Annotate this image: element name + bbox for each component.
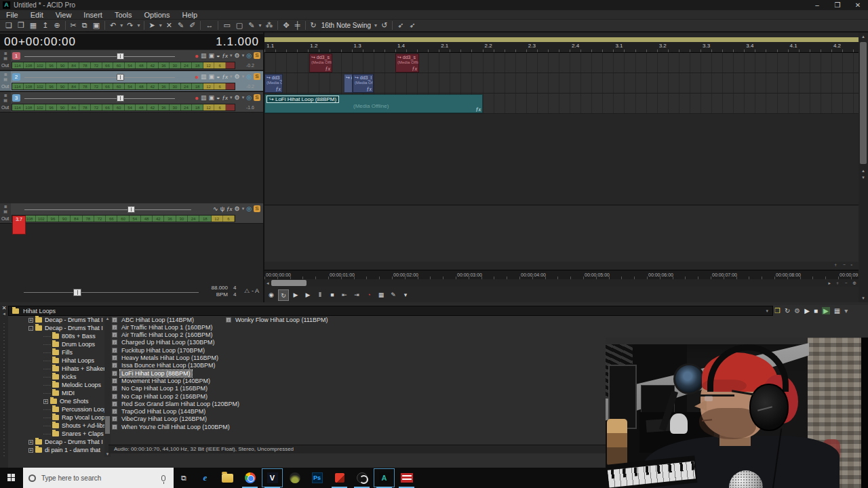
swing-select[interactable]: 16th Note Swing (319, 22, 373, 29)
square-icon[interactable]: ▣ (209, 52, 215, 59)
zoom-out-button[interactable]: － (842, 280, 850, 287)
minimize-button[interactable]: – (807, 1, 827, 9)
vertical-scrollbar[interactable]: ▴ ▴ ▾ ▾ (859, 33, 868, 302)
track-number-badge[interactable]: 2 (12, 73, 20, 81)
views-icon[interactable]: ▦ (834, 307, 840, 314)
loop-playback-button[interactable]: ↻ (278, 289, 289, 301)
tree-item-hihats-shakers[interactable]: Hihats + Shakers (43, 365, 108, 373)
v-scroll-thumb[interactable] (860, 42, 867, 164)
erase-tool-icon[interactable]: ✕ (163, 20, 175, 31)
pause-button[interactable]: Ⅱ (315, 289, 326, 301)
tree-item-midi[interactable]: MIDI (43, 389, 75, 397)
event-tool-button[interactable]: ✎ (388, 289, 399, 301)
master-fader-thumb[interactable] (127, 206, 135, 213)
record-button[interactable]: ◉ (266, 289, 277, 301)
event-name-chip[interactable]: ↪ LoFi Hihat Loop (88BPM) (267, 96, 339, 103)
fx-icon[interactable]: ƒx (226, 205, 233, 212)
plus-button[interactable]: ＋ (831, 262, 840, 267)
tree-item-melodic-loops[interactable]: Melodic Loops (43, 381, 101, 389)
phase-icon[interactable]: ◒ (216, 52, 220, 59)
tree-scroll-up[interactable]: ▴ (104, 316, 111, 321)
meters-icon[interactable]: ▥ (201, 73, 207, 80)
caret-icon[interactable]: ▾ (136, 22, 142, 28)
taskbar-app-red-cube-app[interactable] (328, 468, 351, 488)
edit-tool-icon[interactable]: ➤ (146, 20, 158, 31)
menu-file[interactable]: File (0, 11, 24, 19)
open-file-icon[interactable]: ❒ (15, 20, 27, 31)
tree-expander[interactable]: + (28, 318, 33, 323)
horizontal-scrollbar[interactable]: ◂ ▸ ＋ － ⊕ (264, 279, 859, 287)
file-item[interactable]: ♪Air Traffic Hihat Loop 1 (160BPM) (112, 323, 214, 331)
gear-icon[interactable]: ⚙ (235, 73, 240, 80)
extract-icon[interactable]: ⚙ (794, 307, 800, 314)
time-display[interactable]: 00+00:00:00 1.1.000 (0, 34, 263, 49)
address-dropdown-caret[interactable]: ▾ (766, 308, 768, 314)
tree-expander[interactable]: + (43, 399, 48, 404)
restore-button[interactable]: ❐ (827, 1, 848, 9)
timeline[interactable]: 1.11.21.31.42.12.22.32.43.13.23.33.44.14… (264, 33, 859, 302)
menu-options[interactable]: Options (138, 11, 176, 19)
tree-item-shouts-ad-libs[interactable]: Shouts + Ad-libs (43, 422, 106, 430)
meters-icon[interactable]: ▥ (201, 52, 207, 59)
file-item[interactable]: ♪ABC Hihat Loop (114BPM) (112, 316, 195, 323)
track-header-3[interactable]: ≣▤3●▥▣◒ƒx▾⚙▾◎SOut11410810296908478726660… (0, 92, 263, 113)
scroll-up-arrow[interactable]: ▴ (859, 34, 868, 39)
event-fx-icon[interactable]: ƒx (275, 86, 281, 92)
routing-icon[interactable]: ◎ (246, 52, 252, 59)
h-scroll-thumb[interactable] (271, 280, 307, 286)
loop-icon[interactable]: ↺ (378, 20, 390, 31)
select-icon[interactable]: ▢ (233, 20, 245, 31)
volume-fader-thumb[interactable] (117, 53, 124, 60)
minus-button[interactable]: － (840, 262, 849, 267)
taskbar-app-chrome[interactable] (239, 468, 261, 488)
metronome-control[interactable]: ⧍ - A (244, 287, 259, 295)
menu-edit[interactable]: Edit (24, 11, 50, 19)
file-item[interactable]: ♪Movement Hihat Loop (140BPM) (112, 377, 212, 384)
square-icon[interactable]: ▣ (209, 94, 215, 101)
zoom-in-button[interactable]: ＋ (833, 280, 842, 287)
v-scroll-mini-down[interactable]: ▾ (859, 175, 868, 180)
solo-icon[interactable]: S (254, 73, 260, 80)
file-item[interactable]: ♪Wonky Flow Hihat Loop (111BPM) (226, 316, 330, 323)
caret-icon[interactable]: ▾ (230, 95, 233, 100)
file-item[interactable]: ♪Issa Bounce Hihat Loop (130BPM) (112, 362, 217, 369)
tree-scroll-thumb[interactable] (105, 416, 110, 434)
automation-icon[interactable]: ∿ (213, 205, 218, 212)
gear-icon[interactable]: ⚙ (235, 205, 240, 212)
caret-icon[interactable]: ▾ (158, 22, 163, 28)
file-item[interactable]: ♪Heavy Metals Hihat Loop (116BPM) (112, 354, 220, 362)
tree-item-decap-drums-that-i[interactable]: +Decap - Drums That I (28, 316, 103, 324)
hand-up-icon[interactable]: ➶ (395, 20, 406, 31)
swing-icon[interactable]: ↻ (308, 20, 319, 31)
audio-event-dd3_s[interactable]: ↪ dd3_s(Media Offlinƒx (395, 54, 419, 73)
file-item[interactable]: ♪TrapGod Hihat Loop (144BPM) (112, 408, 207, 415)
new-file-icon[interactable]: ❏ (3, 20, 15, 31)
explorer-collapse-button[interactable]: ◂ (0, 311, 8, 317)
audio-event-lofi-hihat-loop[interactable]: ↪ LoFi Hihat Loop (88BPM)(Media Offline)… (264, 94, 483, 113)
tree-scrollbar[interactable]: ▴ ▾ (104, 316, 111, 457)
track-header-1[interactable]: ≣▤1●▥▣◒ƒx▾⚙▾◎SOut11410810296908478726660… (0, 50, 263, 70)
tree-item-fills[interactable]: Fills (43, 348, 73, 357)
taskbar-app-file-explorer[interactable] (216, 468, 239, 488)
undo-icon[interactable]: ↶ (107, 20, 119, 31)
play-icon[interactable]: ▶ (804, 307, 810, 314)
meters-icon[interactable]: ▥ (201, 94, 207, 101)
beat-ruler[interactable]: 1.11.21.31.42.12.22.32.43.13.23.33.44.14… (264, 42, 859, 53)
bus-track-pane[interactable] (264, 205, 859, 262)
close-button[interactable]: ✕ (848, 1, 868, 9)
tree-item-di-pain-1-damn-that[interactable]: +di pain 1 - damn that (28, 446, 100, 454)
play-from-start-button[interactable]: ▶ (290, 289, 301, 301)
caret-icon[interactable]: ▾ (844, 307, 848, 314)
tree-item-rap-vocal-loops[interactable]: Rap Vocal Loops (43, 413, 108, 422)
microphone-icon[interactable] (161, 475, 165, 481)
file-item[interactable]: ♪VibeCray Hihat Loop (126BPM) (112, 415, 208, 423)
go-to-end-button[interactable]: ⇥ (351, 289, 362, 301)
tree-expander[interactable]: - (28, 326, 33, 331)
v-scroll-mini-up[interactable]: ▴ (859, 168, 868, 174)
stop-button[interactable]: ■ (327, 289, 338, 301)
gear-icon[interactable]: ⚙ (235, 52, 240, 59)
caret-icon[interactable]: ▾ (230, 53, 233, 58)
record-time-button[interactable]: ◔ (363, 289, 374, 301)
volume-fader-thumb[interactable] (117, 74, 124, 81)
copy-icon[interactable]: ⧉ (79, 20, 90, 31)
